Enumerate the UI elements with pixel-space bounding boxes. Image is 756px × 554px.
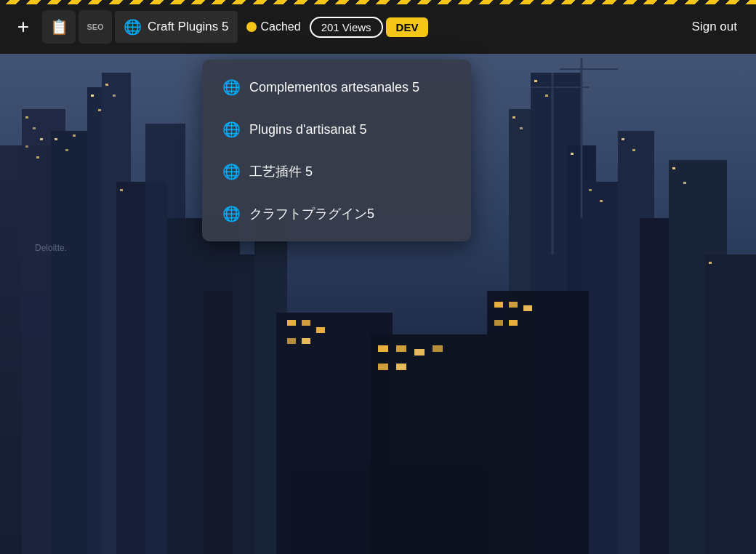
svg-rect-33 xyxy=(512,116,515,119)
dropdown-item-label-spanish: Complementos artesanales 5 xyxy=(249,80,419,95)
svg-rect-21 xyxy=(33,127,36,129)
svg-rect-51 xyxy=(287,338,296,344)
site-name: Craft Plugins 5 xyxy=(148,20,229,34)
svg-rect-32 xyxy=(120,189,123,191)
svg-rect-48 xyxy=(287,320,296,326)
svg-rect-34 xyxy=(520,127,523,129)
guide-button[interactable]: 📋 xyxy=(42,10,76,44)
dropdown-item-chinese[interactable]: 🌐 工艺插件 5 xyxy=(205,151,468,192)
svg-rect-60 xyxy=(509,302,518,308)
svg-rect-62 xyxy=(494,320,503,326)
svg-rect-23 xyxy=(25,145,28,148)
dropdown-item-spanish[interactable]: 🌐 Complementos artesanales 5 xyxy=(205,67,468,108)
svg-rect-63 xyxy=(509,320,518,326)
svg-rect-54 xyxy=(396,345,406,352)
dropdown-item-label-french: Plugins d'artisanat 5 xyxy=(249,122,367,137)
svg-rect-55 xyxy=(414,349,425,356)
svg-rect-27 xyxy=(73,135,76,137)
svg-rect-28 xyxy=(91,95,94,97)
sign-out-label: Sign out xyxy=(692,20,737,34)
svg-rect-57 xyxy=(378,364,388,370)
cached-dot xyxy=(246,22,257,32)
svg-rect-26 xyxy=(65,149,68,151)
svg-rect-19 xyxy=(705,254,756,554)
globe-icon-french: 🌐 xyxy=(222,121,241,138)
sign-out-button[interactable]: Sign out xyxy=(680,11,749,43)
cached-label: Cached xyxy=(261,20,301,33)
svg-rect-44 xyxy=(709,262,712,264)
add-icon: + xyxy=(17,15,29,39)
svg-rect-39 xyxy=(600,200,603,202)
svg-rect-53 xyxy=(378,345,388,352)
svg-rect-30 xyxy=(105,84,108,86)
toolbar: + 📋 SEO 🌐 Craft Plugins 5 Cached 201 Vie… xyxy=(0,0,756,57)
svg-rect-22 xyxy=(40,138,43,140)
svg-rect-42 xyxy=(672,167,675,169)
svg-rect-40 xyxy=(622,138,624,140)
globe-icon-chinese: 🌐 xyxy=(222,163,241,180)
svg-rect-50 xyxy=(316,327,325,333)
site-dropdown: 🌐 Complementos artesanales 5 🌐 Plugins d… xyxy=(202,60,471,241)
dropdown-item-label-japanese: クラフトプラグイン5 xyxy=(249,205,374,222)
svg-text:Deloitte.: Deloitte. xyxy=(35,243,67,253)
dropdown-item-french[interactable]: 🌐 Plugins d'artisanat 5 xyxy=(205,109,468,150)
site-selector[interactable]: 🌐 Craft Plugins 5 xyxy=(115,11,238,43)
dropdown-item-japanese[interactable]: 🌐 クラフトプラグイン5 xyxy=(205,193,468,234)
svg-rect-58 xyxy=(396,364,406,370)
svg-rect-47 xyxy=(487,291,589,554)
svg-rect-29 xyxy=(98,109,101,111)
dev-badge: DEV xyxy=(386,17,429,37)
dev-label: DEV xyxy=(396,21,419,33)
svg-rect-61 xyxy=(523,305,532,311)
seo-button[interactable]: SEO xyxy=(79,10,112,44)
add-button[interactable]: + xyxy=(7,11,39,43)
svg-rect-38 xyxy=(589,189,592,191)
globe-icon-spanish: 🌐 xyxy=(222,79,241,96)
svg-rect-31 xyxy=(113,95,116,97)
svg-rect-37 xyxy=(571,153,574,155)
views-count: 201 Views xyxy=(321,21,371,33)
svg-rect-52 xyxy=(302,338,310,344)
cached-indicator: Cached xyxy=(241,20,307,33)
globe-icon-japanese: 🌐 xyxy=(222,205,241,222)
svg-rect-24 xyxy=(36,156,39,158)
svg-rect-59 xyxy=(494,302,503,308)
svg-rect-20 xyxy=(25,116,28,119)
dropdown-item-label-chinese: 工艺插件 5 xyxy=(249,163,313,180)
svg-rect-35 xyxy=(534,80,537,82)
svg-rect-41 xyxy=(632,149,635,151)
guide-icon: 📋 xyxy=(50,18,68,36)
seo-icon: SEO xyxy=(87,23,103,31)
svg-rect-25 xyxy=(55,138,57,140)
views-badge: 201 Views xyxy=(310,17,383,38)
svg-rect-43 xyxy=(683,182,686,184)
svg-rect-56 xyxy=(433,345,443,352)
globe-icon: 🌐 xyxy=(124,18,142,36)
svg-rect-36 xyxy=(545,95,548,97)
svg-rect-49 xyxy=(302,320,310,326)
